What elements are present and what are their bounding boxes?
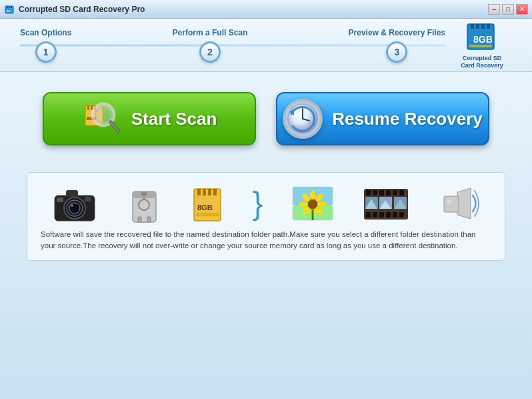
resume-icon — [283, 99, 323, 139]
svg-rect-40 — [147, 217, 151, 222]
svg-rect-42 — [197, 189, 201, 195]
info-text: Software will save the recovered file to… — [41, 229, 491, 252]
svg-rect-64 — [373, 190, 377, 195]
svg-line-20 — [111, 122, 118, 131]
svg-rect-6 — [471, 24, 474, 29]
logo-svg: 8GB — [464, 21, 501, 55]
svg-rect-68 — [399, 190, 404, 195]
step-3-label: Preview & Recovery Files — [349, 28, 445, 37]
svg-rect-44 — [208, 189, 211, 195]
scan-icon: 8GB — [82, 99, 122, 139]
main-content: 8GB Start Scan — [0, 72, 532, 399]
title-bar-left: SD Corrupted SD Card Recovery Pro — [4, 4, 145, 15]
resume-recovery-button[interactable]: Resume Recovery — [276, 92, 489, 145]
svg-rect-65 — [379, 190, 384, 195]
svg-text:SD: SD — [7, 9, 11, 13]
bracket-icon: } — [252, 187, 263, 220]
svg-point-52 — [310, 190, 315, 200]
step-3: Preview & Recovery Files 3 — [349, 28, 445, 63]
svg-rect-43 — [203, 189, 206, 195]
minimize-button[interactable]: – — [488, 4, 500, 15]
svg-rect-3 — [11, 6, 12, 8]
svg-rect-45 — [213, 189, 217, 195]
svg-point-60 — [308, 200, 317, 209]
svg-rect-13 — [87, 105, 89, 110]
step-1-label: Scan Options — [20, 28, 71, 37]
logo-area: 8GB Corrupted SDCard Recovery — [452, 21, 512, 69]
svg-point-18 — [95, 107, 111, 123]
svg-text:8GB: 8GB — [197, 204, 213, 212]
app-icon: SD — [4, 4, 15, 15]
svg-point-30 — [71, 204, 73, 207]
svg-point-54 — [317, 202, 327, 207]
svg-rect-8 — [481, 24, 485, 29]
title-controls: – □ ✕ — [488, 4, 528, 15]
svg-rect-9 — [487, 24, 490, 29]
svg-text:8GB: 8GB — [473, 34, 493, 45]
svg-rect-7 — [476, 24, 479, 29]
film-icon — [363, 185, 409, 222]
steps-bar: Scan Options 1 Perform a Full Scan 2 Pre… — [0, 19, 532, 72]
svg-rect-38 — [141, 192, 147, 195]
close-button[interactable]: ✕ — [516, 4, 528, 15]
usb-drive-icon — [126, 183, 163, 224]
svg-rect-31 — [66, 190, 78, 197]
buttons-row: 8GB Start Scan — [27, 85, 505, 159]
svg-rect-33 — [85, 197, 91, 202]
step-1-circle: 1 — [35, 41, 57, 63]
svg-rect-81 — [444, 196, 459, 212]
svg-rect-11 — [469, 45, 492, 47]
window-title: Corrupted SD Card Recovery Pro — [19, 5, 145, 14]
steps-container: Scan Options 1 Perform a Full Scan 2 Pre… — [20, 28, 445, 63]
svg-rect-70 — [373, 212, 377, 218]
photos-icon — [291, 185, 335, 222]
start-scan-button[interactable]: 8GB Start Scan — [43, 92, 256, 145]
step-2-circle: 2 — [199, 41, 221, 63]
icons-row: 8GB } — [41, 183, 491, 224]
svg-rect-47 — [196, 213, 219, 216]
svg-rect-72 — [386, 212, 391, 218]
step-2: Perform a Full Scan 2 — [173, 28, 248, 63]
title-bar: SD Corrupted SD Card Recovery Pro – □ ✕ — [0, 0, 532, 19]
music-icon — [437, 185, 481, 222]
svg-rect-1 — [7, 6, 8, 8]
svg-point-82 — [447, 200, 452, 204]
step-2-label: Perform a Full Scan — [173, 28, 248, 37]
svg-point-58 — [299, 202, 308, 207]
svg-rect-66 — [386, 190, 391, 195]
svg-rect-39 — [138, 217, 141, 222]
svg-rect-69 — [366, 212, 371, 218]
logo-icon: 8GB — [462, 21, 502, 55]
step-1: Scan Options 1 — [20, 28, 71, 63]
svg-rect-73 — [393, 212, 397, 218]
camera-icon — [51, 183, 98, 224]
svg-point-29 — [69, 203, 80, 214]
start-scan-label: Start Scan — [131, 109, 217, 129]
svg-rect-67 — [393, 190, 397, 195]
logo-text: Corrupted SDCard Recovery — [461, 55, 503, 69]
resume-recovery-label: Resume Recovery — [332, 109, 482, 129]
svg-rect-32 — [57, 197, 63, 202]
svg-rect-63 — [366, 190, 371, 195]
sdcard-icon: 8GB — [191, 183, 224, 224]
icons-strip: 8GB } — [27, 172, 505, 261]
step-3-circle: 3 — [386, 41, 407, 63]
svg-rect-2 — [9, 6, 10, 8]
maximize-button[interactable]: □ — [502, 4, 514, 15]
svg-rect-71 — [379, 212, 384, 218]
svg-rect-74 — [399, 212, 404, 218]
